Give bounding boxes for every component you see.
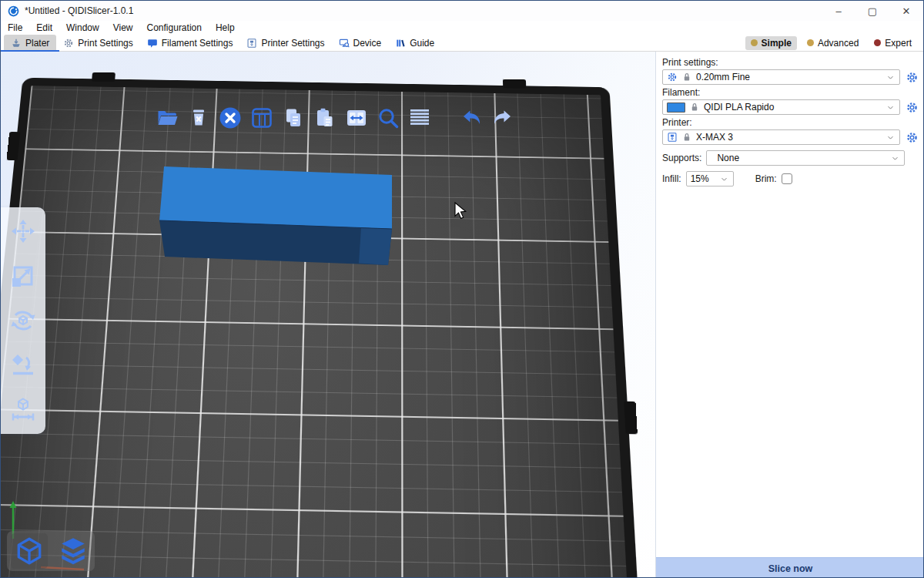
minimize-button[interactable]: – xyxy=(822,1,855,21)
tab-label: Plater xyxy=(25,38,49,49)
filament-label: Filament: xyxy=(662,87,919,98)
slice-now-button[interactable]: Slice now xyxy=(656,557,924,578)
app-icon xyxy=(8,5,19,17)
maximize-button[interactable]: ▢ xyxy=(855,1,889,21)
chevron-down-icon xyxy=(890,153,900,163)
editor-view-button[interactable] xyxy=(11,533,48,569)
top-toolbar xyxy=(155,104,515,132)
chevron-down-icon xyxy=(886,102,896,113)
variable-layer-height-button[interactable] xyxy=(407,104,432,132)
paste-button[interactable] xyxy=(313,104,337,132)
mode-advanced[interactable]: Advanced xyxy=(802,36,864,50)
close-button[interactable]: ✕ xyxy=(889,1,923,21)
undo-button[interactable] xyxy=(459,104,484,132)
move-icon xyxy=(10,218,36,244)
tab-label: Device xyxy=(353,38,382,49)
move-button[interactable] xyxy=(7,215,39,247)
delete-all-button[interactable] xyxy=(218,104,243,132)
chevron-down-icon xyxy=(719,174,729,184)
filament-select[interactable]: QIDI PLA Rapido xyxy=(662,99,900,115)
infill-value: 15% xyxy=(691,173,715,184)
mode-label: Expert xyxy=(885,38,912,49)
delete-all-icon xyxy=(219,106,242,129)
open-button[interactable] xyxy=(155,104,179,132)
lock-icon xyxy=(689,102,700,113)
paste-icon xyxy=(313,106,336,129)
brim-checkbox[interactable] xyxy=(782,173,792,184)
search-icon xyxy=(377,106,400,129)
rotate-button[interactable] xyxy=(7,304,39,337)
menu-configuration[interactable]: Configuration xyxy=(140,22,209,33)
infill-select[interactable]: 15% xyxy=(686,171,734,187)
viewport-3d[interactable] xyxy=(1,52,655,578)
redo-icon xyxy=(491,106,514,129)
menu-edit[interactable]: Edit xyxy=(29,22,59,33)
printer-label: Printer: xyxy=(662,117,919,128)
mode-expert[interactable]: Expert xyxy=(869,36,917,50)
advanced-dot-icon xyxy=(807,39,814,46)
chevron-down-icon xyxy=(886,72,896,82)
tab-label: Printer Settings xyxy=(261,38,324,49)
infill-label: Infill: xyxy=(662,173,681,184)
filament-icon xyxy=(147,38,158,49)
mouse-cursor xyxy=(455,203,466,219)
rotate-icon xyxy=(10,307,36,334)
delete-button[interactable] xyxy=(186,104,211,132)
redo-button[interactable] xyxy=(490,104,515,132)
guide-icon xyxy=(395,38,406,49)
tab-printer-settings[interactable]: Printer Settings xyxy=(239,35,331,51)
menu-bar: File Edit Window View Configuration Help xyxy=(1,21,923,35)
arrange-icon xyxy=(250,106,273,129)
measure-button[interactable] xyxy=(7,394,39,426)
menu-view[interactable]: View xyxy=(106,22,140,33)
undo-icon xyxy=(460,106,483,129)
supports-value: None xyxy=(711,153,886,163)
tab-guide[interactable]: Guide xyxy=(388,35,441,51)
preview-layers-button[interactable] xyxy=(55,533,92,569)
tab-plater[interactable]: Plater xyxy=(4,35,56,51)
menu-help[interactable]: Help xyxy=(209,22,242,33)
mode-simple[interactable]: Simple xyxy=(745,36,797,50)
edit-filament-gear-icon[interactable] xyxy=(906,101,919,114)
menu-file[interactable]: File xyxy=(1,22,29,33)
place-on-face-button[interactable] xyxy=(7,349,39,381)
tab-print-settings[interactable]: Print Settings xyxy=(56,35,139,51)
mode-label: Simple xyxy=(762,38,792,49)
plater-icon xyxy=(11,38,22,49)
printer-icon xyxy=(246,38,257,49)
simple-dot-icon xyxy=(751,39,758,46)
window-title: *Untitled - QIDISlicer-1.0.1 xyxy=(25,5,133,16)
print-settings-select[interactable]: 0.20mm Fine xyxy=(662,69,900,85)
lock-icon xyxy=(681,132,692,143)
tab-label: Filament Settings xyxy=(162,38,233,49)
tab-label: Print Settings xyxy=(78,38,132,49)
lock-icon xyxy=(681,72,692,82)
split-instances-button[interactable] xyxy=(344,104,369,132)
variable-layer-height-icon xyxy=(408,106,431,129)
supports-select[interactable]: None xyxy=(706,150,905,166)
view-toggles xyxy=(7,531,95,571)
tab-device[interactable]: Device xyxy=(332,35,389,51)
tab-bar: Plater Print Settings Filament Settings … xyxy=(1,35,923,52)
edit-printer-gear-icon[interactable] xyxy=(906,131,919,144)
menu-window[interactable]: Window xyxy=(59,22,106,33)
scale-button[interactable] xyxy=(7,260,39,292)
printer-value: X-MAX 3 xyxy=(696,132,882,143)
search-button[interactable] xyxy=(376,104,400,132)
expert-dot-icon xyxy=(874,39,881,46)
open-folder-icon xyxy=(156,106,179,129)
filament-value: QIDI PLA Rapido xyxy=(704,102,882,113)
printer-icon xyxy=(667,132,678,143)
printer-select[interactable]: X-MAX 3 xyxy=(662,129,900,145)
copy-button[interactable] xyxy=(281,104,306,132)
model-box[interactable] xyxy=(159,166,392,265)
trash-icon xyxy=(187,106,210,129)
arrange-button[interactable] xyxy=(249,104,274,132)
layers-icon xyxy=(58,536,89,566)
settings-sidebar: Print settings: 0.20mm Fine Filament: QI… xyxy=(655,52,924,578)
title-bar: *Untitled - QIDISlicer-1.0.1 – ▢ ✕ xyxy=(1,1,923,21)
edit-print-settings-gear-icon[interactable] xyxy=(906,71,919,84)
tab-filament-settings[interactable]: Filament Settings xyxy=(140,35,240,51)
scale-icon xyxy=(10,263,36,289)
cube-3d-icon xyxy=(14,536,45,566)
